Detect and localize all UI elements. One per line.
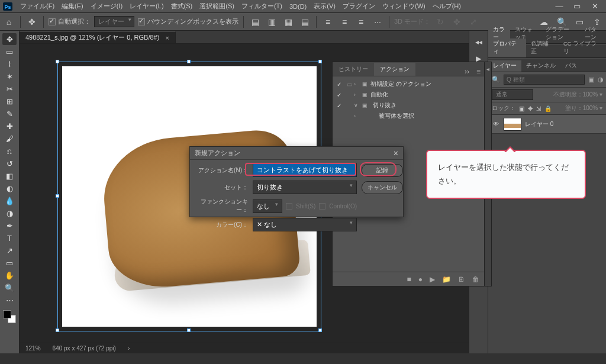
layer-name[interactable]: レイヤー 0	[525, 120, 553, 128]
lock-position-icon[interactable]: ✥	[528, 105, 533, 112]
blend-mode-dropdown[interactable]: 通常	[492, 89, 533, 100]
align-right-icon[interactable]: ▦	[282, 15, 295, 28]
filter-adjust-icon[interactable]: ◑	[598, 76, 604, 83]
menu-select[interactable]: 選択範囲(S)	[196, 2, 238, 11]
lock-artboard-icon[interactable]: ⇲	[536, 105, 541, 112]
align-top-icon[interactable]: ▤	[298, 15, 311, 28]
color-dropdown[interactable]: ✕ なし	[253, 218, 357, 231]
align-center-icon[interactable]: ▥	[265, 15, 278, 28]
new-action-dialog[interactable]: 新規アクション × アクション名(N)： コントラストをあげて切り抜き 記録 セ…	[189, 146, 404, 217]
shift-checkbox[interactable]	[286, 203, 292, 210]
mode3d-orbit-icon[interactable]: ↻	[434, 15, 447, 28]
new-action-icon[interactable]: 🗎	[458, 275, 465, 284]
layer-thumbnail[interactable]	[504, 118, 521, 131]
action-set-auto[interactable]: ✓›▣自動化	[334, 89, 483, 100]
edit-toolbar[interactable]: ⋯	[2, 294, 17, 306]
menu-edit[interactable]: 編集(E)	[58, 2, 87, 11]
gradient-tool[interactable]: ◐	[2, 182, 17, 194]
move-tool[interactable]: ✥	[2, 33, 17, 45]
lock-pixels-icon[interactable]: ▣	[519, 105, 524, 112]
move-tool-icon[interactable]: ✥	[25, 15, 38, 28]
eyedropper-tool[interactable]: ✎	[2, 108, 17, 120]
wand-tool[interactable]: ✶	[2, 70, 17, 82]
layer-filter-input[interactable]	[504, 75, 585, 85]
action-step-select-subject[interactable]: ›被写体を選択	[334, 111, 483, 121]
pen-tool[interactable]: ✒	[2, 220, 17, 231]
menu-filter[interactable]: フィルター(T)	[238, 2, 286, 11]
fkey-dropdown[interactable]: なし	[253, 199, 282, 213]
align-left-icon[interactable]: ▤	[249, 15, 262, 28]
window-maximize-icon[interactable]: ▭	[568, 2, 586, 11]
tab-properties[interactable]: プロパティ	[488, 38, 526, 57]
frame-tool[interactable]: ⊞	[2, 95, 17, 107]
menu-3d[interactable]: 3D(D)	[286, 3, 310, 10]
menu-file[interactable]: ファイル(F)	[17, 2, 58, 11]
eraser-tool[interactable]: ◧	[2, 170, 17, 182]
dock-expand-icon[interactable]: ◂◂	[472, 36, 485, 49]
mode3d-zoom-icon[interactable]: ⤢	[467, 15, 480, 28]
home-icon[interactable]: ⌂	[2, 15, 15, 28]
tab-paths[interactable]: パス	[560, 60, 582, 72]
tab-channels[interactable]: チャンネル	[521, 60, 560, 72]
menu-type[interactable]: 書式(S)	[167, 2, 196, 11]
tab-layers[interactable]: レイヤー	[488, 60, 521, 72]
tab-adjustments[interactable]: 色調補正	[526, 38, 559, 57]
shape-tool[interactable]: ▭	[2, 257, 17, 269]
action-name-input[interactable]: コントラストをあげて切り抜き	[253, 163, 357, 177]
menu-help[interactable]: ヘルプ(H)	[429, 2, 465, 11]
dodge-tool[interactable]: ◑	[2, 207, 17, 219]
fill-value[interactable]: 100%	[583, 105, 598, 111]
action-set-kirinuki[interactable]: ✓∨▣切り抜き	[334, 100, 483, 111]
record-button[interactable]: 記録	[362, 164, 403, 177]
hand-tool[interactable]: ✋	[2, 269, 17, 281]
panel-menu-icon[interactable]: ≡	[473, 67, 484, 76]
distribute4-icon[interactable]: ···	[371, 15, 384, 28]
marquee-tool[interactable]: ▭	[2, 46, 17, 57]
crop-tool[interactable]: ✂	[2, 83, 17, 95]
action-set-default[interactable]: ✓▭›▣初期設定 のアクション	[334, 79, 483, 89]
healing-tool[interactable]: ✚	[2, 120, 17, 132]
lasso-tool[interactable]: ⌇	[2, 58, 17, 70]
opacity-value[interactable]: 100%	[583, 91, 598, 98]
zoom-tool[interactable]: 🔍	[2, 282, 17, 294]
menu-layer[interactable]: レイヤー(L)	[126, 2, 167, 11]
lock-all-icon[interactable]: 🔒	[544, 105, 552, 112]
menu-plugin[interactable]: プラグイン	[339, 2, 379, 11]
boundingbox-checkbox[interactable]: バウンディングボックスを表示	[138, 17, 238, 26]
history-brush-tool[interactable]: ↺	[2, 157, 17, 169]
clone-tool[interactable]: ⎌	[2, 145, 17, 157]
play-icon[interactable]: ▶	[430, 275, 435, 284]
dialog-close-icon[interactable]: ×	[394, 149, 398, 158]
mode3d-pan-icon[interactable]: ✥	[450, 15, 463, 28]
document-tab[interactable]: 4988221_s.jpg @ 121% (レイヤー 0, RGB/8#) ×	[20, 31, 176, 43]
menu-view[interactable]: 表示(V)	[310, 2, 339, 11]
layer-row-0[interactable]: 👁 レイヤー 0	[488, 115, 606, 134]
tab-history[interactable]: ヒストリー	[333, 63, 374, 76]
stop-icon[interactable]: ■	[407, 275, 411, 284]
cancel-button[interactable]: キャンセル	[362, 181, 403, 194]
visibility-icon[interactable]: 👁	[492, 121, 500, 127]
tab-actions[interactable]: アクション	[374, 63, 415, 76]
autoselect-checkbox[interactable]: 自動選択：	[49, 17, 91, 26]
menu-image[interactable]: イメージ(I)	[87, 2, 126, 11]
distribute2-icon[interactable]: ≡	[338, 15, 351, 28]
window-close-icon[interactable]: ✕	[586, 2, 604, 11]
blur-tool[interactable]: 💧	[2, 195, 17, 207]
brush-tool[interactable]: 🖌	[2, 133, 17, 144]
set-dropdown[interactable]: 切り抜き	[253, 181, 357, 194]
distribute3-icon[interactable]: ≡	[354, 15, 368, 28]
autoselect-target-dropdown[interactable]: レイヤー	[94, 16, 134, 27]
tab-cclib[interactable]: CC ライブラリ	[559, 38, 606, 57]
control-checkbox[interactable]	[319, 203, 325, 210]
new-set-icon[interactable]: 📁	[442, 275, 451, 284]
type-tool[interactable]: T	[2, 232, 17, 244]
status-arrow-icon[interactable]: ›	[128, 345, 130, 352]
record-icon[interactable]: ●	[418, 275, 423, 284]
color-swatch[interactable]	[3, 310, 16, 323]
path-tool[interactable]: ↗	[2, 244, 17, 256]
menu-window[interactable]: ウィンドウ(W)	[379, 2, 429, 11]
panel-collapse-icon[interactable]: ››	[461, 67, 473, 76]
filter-image-icon[interactable]: ▣	[588, 76, 594, 83]
window-minimize-icon[interactable]: —	[550, 2, 568, 11]
delete-icon[interactable]: 🗑	[472, 275, 479, 284]
